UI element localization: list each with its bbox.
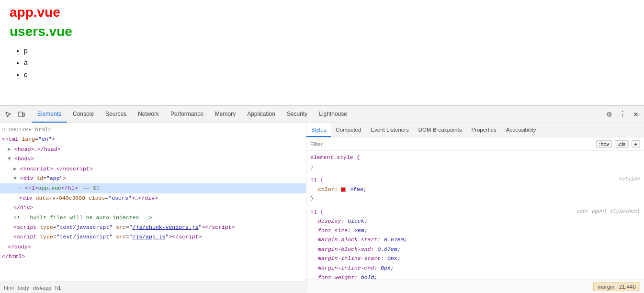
list-item: p <box>24 45 634 57</box>
dom-panel: <!DOCTYPE html> <html lang="en"> ▶ <head… <box>0 123 306 293</box>
style-close-element: } <box>310 162 640 172</box>
svg-rect-1 <box>23 113 24 116</box>
dom-line-html[interactable]: <html lang="en"> <box>0 135 306 144</box>
dom-line-noscript[interactable]: ▶ <noscript>…</noscript> <box>0 164 306 174</box>
styles-panel: Styles Computed Event Listeners DOM Brea… <box>306 123 644 293</box>
devtools-main: <!DOCTYPE html> <html lang="en"> ▶ <head… <box>0 123 644 293</box>
styles-filter-bar: :hov .cls + <box>306 137 644 151</box>
device-toolbar-icon[interactable] <box>15 108 28 121</box>
dom-line-html-close[interactable]: </html> <box>0 252 306 261</box>
cls-button[interactable]: .cls <box>615 140 629 148</box>
dom-line-div-users[interactable]: <div data-v-040e3608 class="users">…</di… <box>0 193 306 203</box>
style-block-h1-custom: h1 { <style> color: #f00; } <box>310 175 640 203</box>
list-item: c <box>24 69 634 81</box>
inspect-element-icon[interactable] <box>2 108 14 121</box>
dom-tree[interactable]: <!DOCTYPE html> <html lang="en"> ▶ <head… <box>0 123 306 282</box>
subtab-properties[interactable]: Properties <box>466 123 501 137</box>
page-list: p a c <box>10 45 634 81</box>
style-rule-margin-block-end[interactable]: margin-block-end: 0.67em; <box>310 245 640 254</box>
style-rule-font-weight[interactable]: font-weight: bold; <box>310 273 640 280</box>
dom-line-doctype[interactable]: <!DOCTYPE html> <box>0 125 306 135</box>
tab-application[interactable]: Application <box>241 106 281 123</box>
more-options-icon[interactable]: ⋮ <box>617 109 628 120</box>
devtools-panel: Elements Console Sources Network Perform… <box>0 105 644 293</box>
style-rule-color[interactable]: color: #f00; <box>310 185 640 194</box>
settings-icon[interactable]: ⚙ <box>603 108 615 121</box>
margin-badge: margin 21.440 <box>593 282 640 291</box>
dom-line-h1[interactable]: ⋯ <h1>app.vue</h1> == $0 <box>0 183 306 193</box>
style-selector-element: element.style { <box>310 153 640 162</box>
breadcrumb-body[interactable]: body <box>18 285 29 291</box>
tab-sources[interactable]: Sources <box>100 106 132 123</box>
dom-line-head[interactable]: ▶ <head>…</head> <box>0 145 306 154</box>
tab-security[interactable]: Security <box>281 106 313 123</box>
dom-line-script-vendors[interactable]: <script type="text/javascript" src="/js/… <box>0 223 306 232</box>
tab-performance[interactable]: Performance <box>165 106 209 123</box>
subtab-event-listeners[interactable]: Event Listeners <box>366 123 413 137</box>
styles-content[interactable]: element.style { } h1 { <style> color: <box>306 151 644 280</box>
breadcrumb-h1[interactable]: h1 <box>55 285 61 291</box>
styles-filter-input[interactable] <box>310 141 596 147</box>
add-style-button[interactable]: + <box>632 140 640 148</box>
dom-line-body-close[interactable]: </body> <box>0 242 306 252</box>
subtab-styles[interactable]: Styles <box>306 123 331 137</box>
page-content: app.vue users.vue p a c <box>0 0 644 105</box>
subtab-accessibility[interactable]: Accessibility <box>501 123 541 137</box>
tab-memory[interactable]: Memory <box>209 106 241 123</box>
style-selector-h1-ua: h1 { user agent stylesheet <box>310 207 640 217</box>
tab-network[interactable]: Network <box>132 106 165 123</box>
breadcrumb-html[interactable]: html <box>4 285 14 291</box>
page-title-app: app.vue <box>10 5 634 20</box>
style-rule-margin-inline-end[interactable]: margin-inline-end: 0px; <box>310 263 640 273</box>
devtools-tabs: Elements Console Sources Network Perform… <box>32 106 603 123</box>
filter-right-actions: :hov .cls + <box>596 140 640 148</box>
style-block-h1-useragent: h1 { user agent stylesheet display: bloc… <box>310 207 640 280</box>
list-item: a <box>24 57 634 69</box>
page-title-users: users.vue <box>10 24 634 39</box>
dom-line-body[interactable]: ▼ <body> <box>0 154 306 164</box>
style-rule-font-size[interactable]: font-size: 2em; <box>310 226 640 236</box>
dom-line-script-app[interactable]: <script type="text/javascript" src="/js/… <box>0 232 306 242</box>
dom-line-div-app[interactable]: ▼ <div id="app"> <box>0 174 306 183</box>
breadcrumb: html body div#app h1 <box>0 282 306 293</box>
style-rule-margin-inline-start[interactable]: margin-inline-start: 0px; <box>310 254 640 263</box>
subtab-computed[interactable]: Computed <box>331 123 366 137</box>
devtools-icon-group <box>2 108 28 121</box>
svg-rect-0 <box>19 112 23 117</box>
style-close-h1: } <box>310 194 640 203</box>
color-swatch-red[interactable] <box>341 187 346 192</box>
style-selector-h1: h1 { <style> <box>310 175 640 185</box>
dom-line-div-close[interactable]: </div> <box>0 203 306 213</box>
styles-subtabs: Styles Computed Event Listeners DOM Brea… <box>306 123 644 137</box>
devtools-toolbar-right: ⚙ ⋮ ✕ <box>603 108 642 121</box>
hov-button[interactable]: :hov <box>596 140 612 148</box>
style-rule-margin-block-start[interactable]: margin-block-start: 0.67em; <box>310 235 640 245</box>
breadcrumb-div[interactable]: div#app <box>33 285 52 291</box>
style-block-element: element.style { } <box>310 153 640 171</box>
tab-console[interactable]: Console <box>67 106 100 123</box>
close-devtools-icon[interactable]: ✕ <box>630 108 642 121</box>
box-model-bar: margin 21.440 <box>306 280 644 293</box>
dom-line-comment[interactable]: <!-- built files will be auto injected -… <box>0 213 306 223</box>
tab-lighthouse[interactable]: Lighthouse <box>313 106 353 123</box>
devtools-toolbar: Elements Console Sources Network Perform… <box>0 106 644 123</box>
style-rule-display[interactable]: display: block; <box>310 216 640 226</box>
tab-elements[interactable]: Elements <box>32 106 67 123</box>
subtab-dom-breakpoints[interactable]: DOM Breakpoints <box>414 123 467 137</box>
